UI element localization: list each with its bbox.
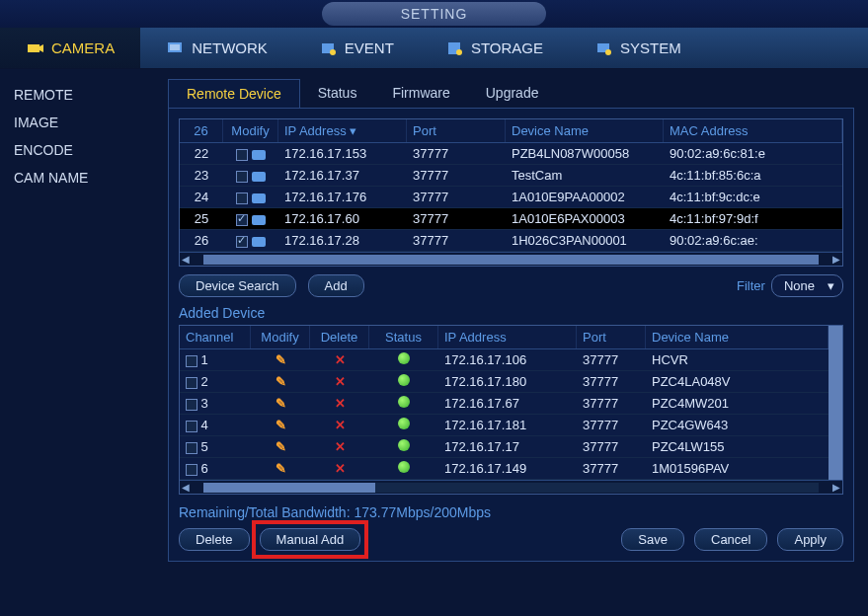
hscrollbar[interactable]: ◀ ▶ (180, 252, 842, 266)
modify-button[interactable]: ✎ (251, 415, 310, 435)
checkbox[interactable] (186, 355, 197, 367)
table-row[interactable]: 25 172.16.17.60377771A010E6PAX000034c:11… (180, 208, 842, 230)
table-row[interactable]: 23 172.16.17.3737777TestCam4c:11:bf:85:6… (180, 165, 842, 187)
row-modify[interactable] (223, 230, 278, 251)
table-row[interactable]: 2✎✕172.16.17.18037777PZC4LA048V (180, 371, 829, 393)
row-mac: 90:02:a9:6c:81:e (664, 143, 842, 164)
checkbox[interactable] (236, 149, 248, 161)
checkbox[interactable] (186, 377, 197, 389)
modify-button[interactable]: ✎ (251, 458, 310, 479)
checkbox[interactable] (186, 464, 197, 476)
sidebar-item-encode[interactable]: ENCODE (14, 136, 158, 164)
row-modify[interactable] (223, 165, 278, 186)
nav-system[interactable]: SYSTEM (569, 28, 707, 68)
table-row[interactable]: 1✎✕172.16.17.10637777HCVR (180, 349, 829, 371)
hdr-ip[interactable]: IP Address (438, 326, 577, 348)
pencil-icon: ✎ (276, 374, 286, 389)
save-button[interactable]: Save (621, 528, 684, 551)
modify-button[interactable]: ✎ (251, 436, 310, 457)
device-icon (252, 193, 266, 203)
tab-upgrade[interactable]: Upgrade (468, 79, 557, 108)
table-row[interactable]: 26 172.16.17.28377771H026C3PAN0000190:02… (180, 230, 842, 252)
scroll-left-icon[interactable]: ◀ (180, 254, 192, 266)
cancel-button[interactable]: Cancel (694, 528, 767, 551)
row-channel: 2 (180, 371, 251, 392)
hdr-status[interactable]: Status (369, 326, 438, 348)
hdr-channel[interactable]: Channel (180, 326, 251, 348)
hdr-device[interactable]: Device Name (646, 326, 829, 348)
hdr-port[interactable]: Port (577, 326, 646, 348)
delete-button[interactable]: ✕ (310, 371, 369, 392)
row-device: 1M01596PAV (646, 458, 829, 479)
add-button[interactable]: Add (308, 274, 364, 297)
checkbox[interactable] (236, 171, 248, 183)
delete-button[interactable]: ✕ (310, 458, 369, 479)
nav-label: STORAGE (471, 39, 543, 56)
hdr-modify[interactable]: Modify (251, 326, 310, 348)
hdr-port[interactable]: Port (407, 119, 506, 142)
sidebar-item-remote[interactable]: REMOTE (14, 81, 158, 109)
scroll-right-icon[interactable]: ▶ (830, 482, 842, 494)
checkbox[interactable] (236, 214, 248, 226)
row-mac: 4c:11:bf:97:9d:f (664, 208, 842, 229)
row-modify[interactable] (223, 187, 278, 207)
table-row[interactable]: 3✎✕172.16.17.6737777PZC4MW201 (180, 393, 829, 415)
nav-camera[interactable]: CAMERA (0, 28, 140, 68)
row-modify[interactable] (223, 208, 278, 229)
delete-button[interactable]: ✕ (310, 393, 369, 414)
table-row[interactable]: 5✎✕172.16.17.1737777PZC4LW155 (180, 436, 829, 458)
row-modify[interactable] (223, 143, 278, 164)
row-status (369, 349, 438, 370)
row-ip: 172.16.17.149 (438, 458, 577, 479)
checkbox[interactable] (236, 236, 248, 248)
modify-button[interactable]: ✎ (251, 393, 310, 414)
sidebar-item-camname[interactable]: CAM NAME (14, 164, 158, 192)
checkbox[interactable] (186, 442, 197, 454)
svg-point-5 (330, 49, 336, 55)
nav-network[interactable]: NETWORK (140, 28, 293, 68)
checkbox[interactable] (186, 399, 197, 411)
apply-button[interactable]: Apply (777, 528, 843, 551)
row-ip: 172.16.17.37 (278, 165, 407, 186)
checkbox[interactable] (236, 192, 248, 204)
modify-button[interactable]: ✎ (251, 371, 310, 392)
hdr-count[interactable]: 26 (180, 119, 223, 142)
tab-status[interactable]: Status (300, 79, 375, 108)
vscrollbar[interactable] (829, 326, 842, 480)
device-search-button[interactable]: Device Search (179, 274, 296, 297)
nav-storage[interactable]: STORAGE (420, 28, 569, 68)
delete-button[interactable]: Delete (179, 528, 250, 551)
table-row[interactable]: 6✎✕172.16.17.149377771M01596PAV (180, 458, 829, 480)
nav-event[interactable]: EVENT (293, 28, 420, 68)
x-icon: ✕ (335, 352, 346, 367)
modify-button[interactable]: ✎ (251, 349, 310, 370)
row-status (369, 371, 438, 392)
row-channel: 1 (180, 349, 251, 370)
delete-button[interactable]: ✕ (310, 415, 369, 435)
tab-remote-device[interactable]: Remote Device (168, 79, 300, 108)
table-row[interactable]: 4✎✕172.16.17.18137777PZC4GW643 (180, 415, 829, 436)
row-port: 37777 (577, 393, 646, 414)
bandwidth-text: Remaining/Total Bandwidth: 173.77Mbps/20… (179, 504, 843, 520)
delete-button[interactable]: ✕ (310, 436, 369, 457)
hdr-mac[interactable]: MAC Address (664, 119, 842, 142)
row-ip: 172.16.17.153 (278, 143, 407, 164)
scroll-track[interactable] (203, 255, 819, 265)
hscrollbar[interactable]: ◀ ▶ (180, 480, 842, 494)
scroll-track[interactable] (203, 483, 819, 493)
manual-add-button[interactable]: Manual Add (260, 528, 361, 551)
hdr-device[interactable]: Device Name (506, 119, 664, 142)
scroll-right-icon[interactable]: ▶ (830, 254, 842, 266)
table-row[interactable]: 22 172.16.17.15337777PZB4LN087W0005890:0… (180, 143, 842, 165)
sidebar-item-image[interactable]: IMAGE (14, 109, 158, 136)
tab-firmware[interactable]: Firmware (374, 79, 467, 108)
table-row[interactable]: 24 172.16.17.176377771A010E9PAA000024c:1… (180, 187, 842, 208)
hdr-delete[interactable]: Delete (310, 326, 369, 348)
scroll-left-icon[interactable]: ◀ (180, 482, 192, 494)
checkbox[interactable] (186, 421, 197, 432)
delete-button[interactable]: ✕ (310, 349, 369, 370)
row-ip: 172.16.17.181 (438, 415, 577, 435)
hdr-ip[interactable]: IP Address ▾ (278, 119, 407, 142)
filter-select[interactable]: None ▾ (771, 274, 843, 297)
hdr-modify[interactable]: Modify (223, 119, 278, 142)
